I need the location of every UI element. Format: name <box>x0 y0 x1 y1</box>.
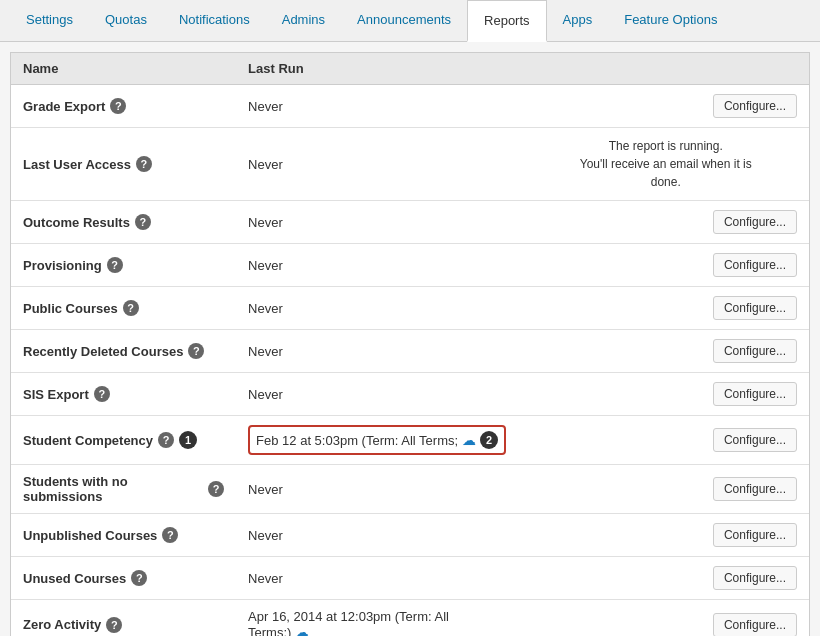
report-name-students-no-submissions: Students with no submissions? <box>23 474 224 504</box>
help-icon[interactable]: ? <box>106 617 122 633</box>
column-header-lastrun: Last Run <box>236 53 522 85</box>
configure-button-recently-deleted-courses[interactable]: Configure... <box>713 339 797 363</box>
main-content: Name Last Run Grade Export?NeverConfigur… <box>10 52 810 636</box>
report-name-label: Outcome Results <box>23 215 130 230</box>
help-icon[interactable]: ? <box>94 386 110 402</box>
lastrun-text: Never <box>248 387 283 402</box>
help-icon[interactable]: ? <box>135 214 151 230</box>
report-name-label: Last User Access <box>23 157 131 172</box>
configure-button-unpublished-courses[interactable]: Configure... <box>713 523 797 547</box>
help-icon[interactable]: ? <box>110 98 126 114</box>
column-header-name: Name <box>11 53 236 85</box>
highlighted-lastrun: Feb 12 at 5:03pm (Term: All Terms;☁2 <box>248 425 506 455</box>
report-name-last-user-access: Last User Access? <box>23 156 224 172</box>
help-icon[interactable]: ? <box>158 432 174 448</box>
badge-1: 1 <box>179 431 197 449</box>
lastrun-text: Never <box>248 301 283 316</box>
lastrun-text: Apr 16, 2014 at 12:03pm (Term: AllTerms;… <box>248 609 510 636</box>
configure-button-zero-activity[interactable]: Configure... <box>713 613 797 637</box>
configure-button-grade-export[interactable]: Configure... <box>713 94 797 118</box>
report-name-outcome-results: Outcome Results? <box>23 214 224 230</box>
table-row: Unused Courses?NeverConfigure... <box>11 557 809 600</box>
configure-button-unused-courses[interactable]: Configure... <box>713 566 797 590</box>
lastrun-text: Never <box>248 258 283 273</box>
lastrun-text: Never <box>248 344 283 359</box>
lastrun-text: Never <box>248 482 283 497</box>
top-navigation: SettingsQuotasNotificationsAdminsAnnounc… <box>0 0 820 42</box>
table-row: Last User Access?NeverThe report is runn… <box>11 128 809 201</box>
tab-apps[interactable]: Apps <box>547 0 609 41</box>
cloud-download-icon[interactable]: ☁ <box>462 432 476 448</box>
lastrun-text: Never <box>248 99 283 114</box>
report-name-recently-deleted-courses: Recently Deleted Courses? <box>23 343 224 359</box>
badge-2: 2 <box>480 431 498 449</box>
report-name-label: Unpublished Courses <box>23 528 157 543</box>
table-row: Zero Activity?Apr 16, 2014 at 12:03pm (T… <box>11 600 809 637</box>
column-header-action <box>523 53 809 85</box>
lastrun-text: Feb 12 at 5:03pm (Term: All Terms; <box>256 433 458 448</box>
configure-button-provisioning[interactable]: Configure... <box>713 253 797 277</box>
report-name-label: Provisioning <box>23 258 102 273</box>
report-name-grade-export: Grade Export? <box>23 98 224 114</box>
tab-settings[interactable]: Settings <box>10 0 89 41</box>
tab-reports[interactable]: Reports <box>467 0 547 42</box>
table-row: Recently Deleted Courses?NeverConfigure.… <box>11 330 809 373</box>
reports-table: Name Last Run Grade Export?NeverConfigur… <box>11 53 809 636</box>
table-row: Provisioning?NeverConfigure... <box>11 244 809 287</box>
table-row: Public Courses?NeverConfigure... <box>11 287 809 330</box>
lastrun-text: Never <box>248 157 283 172</box>
help-icon[interactable]: ? <box>162 527 178 543</box>
running-message: The report is running.You'll receive an … <box>535 137 797 191</box>
table-row: Grade Export?NeverConfigure... <box>11 85 809 128</box>
report-name-label: Recently Deleted Courses <box>23 344 183 359</box>
configure-button-sis-export[interactable]: Configure... <box>713 382 797 406</box>
tab-announcements[interactable]: Announcements <box>341 0 467 41</box>
table-row: SIS Export?NeverConfigure... <box>11 373 809 416</box>
report-name-sis-export: SIS Export? <box>23 386 224 402</box>
help-icon[interactable]: ? <box>107 257 123 273</box>
table-row: Outcome Results?NeverConfigure... <box>11 201 809 244</box>
help-icon[interactable]: ? <box>208 481 224 497</box>
tab-feature-options[interactable]: Feature Options <box>608 0 733 41</box>
report-name-label: Public Courses <box>23 301 118 316</box>
report-name-student-competency: Student Competency?1 <box>23 431 224 449</box>
help-icon[interactable]: ? <box>136 156 152 172</box>
lastrun-text: Never <box>248 571 283 586</box>
report-name-zero-activity: Zero Activity? <box>23 617 224 633</box>
configure-button-student-competency[interactable]: Configure... <box>713 428 797 452</box>
report-name-provisioning: Provisioning? <box>23 257 224 273</box>
tab-admins[interactable]: Admins <box>266 0 341 41</box>
tab-notifications[interactable]: Notifications <box>163 0 266 41</box>
report-name-label: Unused Courses <box>23 571 126 586</box>
report-name-label: Grade Export <box>23 99 105 114</box>
lastrun-text: Never <box>248 215 283 230</box>
configure-button-outcome-results[interactable]: Configure... <box>713 210 797 234</box>
report-name-unused-courses: Unused Courses? <box>23 570 224 586</box>
help-icon[interactable]: ? <box>131 570 147 586</box>
tab-quotas[interactable]: Quotas <box>89 0 163 41</box>
report-name-public-courses: Public Courses? <box>23 300 224 316</box>
lastrun-text: Never <box>248 528 283 543</box>
report-name-unpublished-courses: Unpublished Courses? <box>23 527 224 543</box>
report-name-label: SIS Export <box>23 387 89 402</box>
report-name-label: Students with no submissions <box>23 474 203 504</box>
help-icon[interactable]: ? <box>188 343 204 359</box>
report-name-label: Zero Activity <box>23 617 101 632</box>
report-name-label: Student Competency <box>23 433 153 448</box>
help-icon[interactable]: ? <box>123 300 139 316</box>
table-row: Student Competency?1Feb 12 at 5:03pm (Te… <box>11 416 809 465</box>
configure-button-public-courses[interactable]: Configure... <box>713 296 797 320</box>
cloud-download-icon[interactable]: ☁ <box>295 624 309 636</box>
configure-button-students-no-submissions[interactable]: Configure... <box>713 477 797 501</box>
table-row: Students with no submissions?NeverConfig… <box>11 465 809 514</box>
table-row: Unpublished Courses?NeverConfigure... <box>11 514 809 557</box>
